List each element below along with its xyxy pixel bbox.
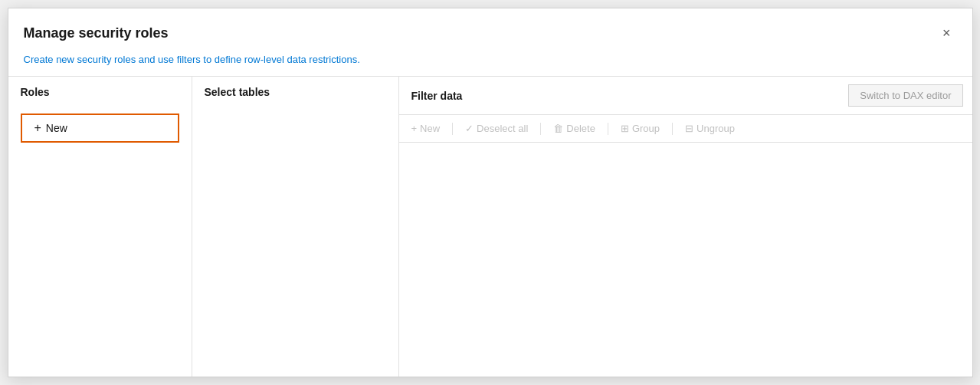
group-label: Group [632,123,660,134]
new-role-label: New [46,122,67,134]
filter-new-label: New [420,123,440,134]
delete-button[interactable]: 🗑 Delete [550,121,598,136]
deselect-all-label: Deselect all [477,123,528,134]
select-tables-label: Select tables [192,77,398,104]
tables-list [192,104,398,377]
filter-data-content [399,143,972,377]
toolbar-separator-2 [540,123,541,135]
ungroup-button[interactable]: ⊟ Ungroup [682,121,738,136]
switch-to-dax-button[interactable]: Switch to DAX editor [848,84,962,107]
filter-plus-icon: + [411,123,418,134]
trash-icon: 🗑 [553,123,563,134]
select-tables-panel: Select tables [192,77,399,377]
dialog-subtitle: Create new security roles and use filter… [8,54,972,76]
roles-list [8,152,192,377]
dialog-header: Manage security roles × [8,8,972,54]
filter-data-header: Filter data Switch to DAX editor [399,77,972,115]
toolbar-separator-4 [672,123,673,135]
dialog-title: Manage security roles [24,25,169,41]
filter-toolbar: + New ✓ Deselect all 🗑 Delete ⊞ Group [399,115,972,143]
group-icon: ⊞ [621,123,629,134]
delete-label: Delete [566,123,595,134]
toolbar-separator-1 [452,123,453,135]
toolbar-separator-3 [608,123,608,135]
roles-panel: Roles + New [8,77,192,377]
check-icon: ✓ [465,123,474,134]
manage-security-roles-dialog: Manage security roles × Create new secur… [8,8,973,377]
deselect-all-button[interactable]: ✓ Deselect all [462,121,531,136]
filter-data-panel: Filter data Switch to DAX editor + New ✓… [399,77,972,377]
filter-new-button[interactable]: + New [408,121,444,136]
close-button[interactable]: × [936,22,957,44]
ungroup-icon: ⊟ [685,123,693,134]
plus-icon: + [34,121,41,135]
dialog-body: Roles + New Select tables Filter data Sw… [8,76,972,377]
group-button[interactable]: ⊞ Group [618,121,663,136]
filter-data-title: Filter data [411,90,463,102]
new-role-button[interactable]: + New [21,114,179,143]
roles-panel-label: Roles [8,77,192,104]
ungroup-label: Ungroup [696,123,735,134]
